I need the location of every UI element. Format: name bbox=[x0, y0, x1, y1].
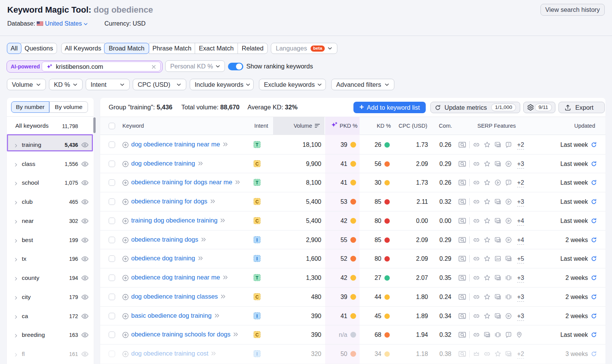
svg-text:?: ? bbox=[508, 333, 509, 336]
svg-text:?: ? bbox=[508, 143, 509, 146]
svg-text:?: ? bbox=[508, 180, 509, 184]
